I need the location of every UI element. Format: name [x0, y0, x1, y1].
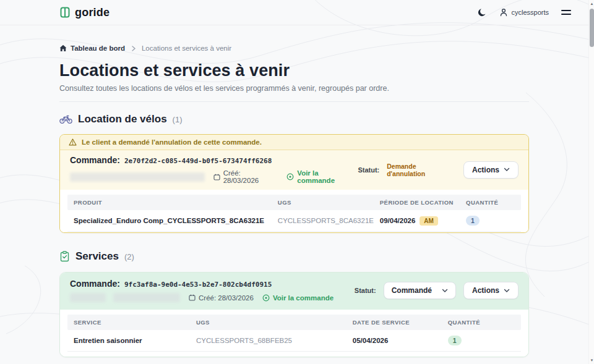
- redacted-customer-first-name: [70, 293, 106, 302]
- rental-items-table: Produit UGS Période de location Quantité…: [60, 190, 528, 232]
- actions-button[interactable]: Actions: [463, 282, 519, 299]
- status-label: Statut:: [358, 166, 379, 174]
- vertical-scrollbar[interactable]: ▲ ▼: [588, 0, 594, 364]
- order-label: Commande:: [70, 279, 120, 289]
- quantity-badge: 1: [448, 336, 462, 345]
- user-menu[interactable]: cyclessports: [499, 8, 549, 17]
- eye-icon: [262, 294, 270, 302]
- view-order-label: Voir la commande: [297, 169, 358, 184]
- actions-label: Actions: [472, 166, 499, 174]
- breadcrumb-current: Locations et services à venir: [142, 44, 231, 52]
- clipboard-check-icon: [59, 251, 70, 262]
- chevron-down-icon: [442, 289, 448, 293]
- dark-mode-moon-icon[interactable]: [478, 8, 487, 17]
- page-subtitle: Consultez toutes les locations de vélos …: [59, 84, 529, 93]
- service-order-header: Commande: 9fc3af8a-9e0d-4e53-b2e7-802cb4…: [60, 273, 528, 310]
- calendar-icon: [213, 174, 220, 180]
- order-label: Commande:: [70, 155, 120, 165]
- period-am-badge: AM: [420, 216, 438, 226]
- home-icon: [59, 44, 67, 52]
- rental-table-header-row: Produit UGS Période de location Quantité: [67, 195, 521, 210]
- product-name: Specialized_Enduro Comp_CYCLESSPORTS_8CA…: [67, 210, 272, 231]
- chevron-right-icon: [131, 46, 136, 51]
- order-id: 9fc3af8a-9e0d-4e53-b2e7-802cb4df0915: [124, 281, 272, 289]
- hamburger-menu-icon[interactable]: [561, 10, 571, 15]
- order-id: 2e70f2d2-c085-449d-b0f5-673474ff6268: [124, 157, 272, 165]
- eye-icon: [286, 173, 294, 180]
- service-table-row: Entretien saisonnier CYCLESSPORTS_68BFEB…: [67, 330, 521, 352]
- col-service: Service: [67, 315, 190, 330]
- created-label: Créé: 28/03/2026: [199, 294, 254, 302]
- view-order-link[interactable]: Voir la commande: [286, 169, 358, 184]
- status-select[interactable]: Commandé: [384, 282, 456, 299]
- section-services-header: Services (2): [59, 250, 529, 263]
- cancellation-warning-banner: Le client a demandé l'annulation de cett…: [60, 135, 528, 150]
- view-order-label: Voir la commande: [273, 294, 334, 302]
- section-rentals-title: Location de vélos: [78, 113, 167, 125]
- section-rentals-count: (1): [173, 115, 183, 124]
- rental-order-header: Commande: 2e70f2d2-c085-449d-b0f5-673474…: [60, 150, 528, 190]
- logo-text: goride: [75, 6, 110, 19]
- service-sku: CYCLESSPORTS_68BFEB25: [190, 330, 346, 351]
- service-name: Entretien saisonnier: [67, 330, 190, 351]
- service-items-table: Service UGS Date de service Quantité Ent…: [60, 310, 528, 357]
- chevron-down-icon: [504, 289, 510, 293]
- breadcrumb-home-link[interactable]: Tableau de bord: [59, 44, 125, 52]
- service-order-card: Commande: 9fc3af8a-9e0d-4e53-b2e7-802cb4…: [59, 272, 529, 357]
- warning-triangle-icon: [69, 138, 77, 146]
- status-selected-value: Commandé: [392, 286, 432, 295]
- col-quantite: Quantité: [442, 315, 521, 330]
- breadcrumb: Tableau de bord Locations et services à …: [59, 44, 529, 52]
- quantity-badge: 1: [466, 216, 480, 226]
- rental-date: 09/04/2026: [380, 217, 416, 224]
- scrollbar-up-arrow[interactable]: ▲: [589, 2, 594, 6]
- section-services-title: Services: [75, 250, 119, 263]
- redacted-customer-name: [70, 172, 205, 182]
- status-value: Demande d'annulation: [387, 163, 456, 177]
- col-periode: Période de location: [374, 195, 460, 210]
- bicycle-icon: [59, 114, 72, 124]
- user-icon: [499, 8, 508, 17]
- status-label: Statut:: [355, 287, 376, 294]
- scrollbar-down-arrow[interactable]: ▼: [589, 358, 594, 362]
- redacted-customer-last-name: [113, 293, 180, 302]
- order-created-date: Créé: 28/03/2026: [189, 294, 254, 302]
- service-date: 05/04/2026: [346, 330, 442, 351]
- user-name: cyclessports: [511, 9, 549, 16]
- section-rentals-header: Location de vélos (1): [59, 113, 529, 125]
- created-label: Créé: 28/03/2026: [223, 169, 278, 184]
- top-bar: goride cyclessports: [0, 0, 588, 25]
- goride-logo-icon: [59, 7, 71, 18]
- calendar-icon: [189, 294, 196, 301]
- service-table-header-row: Service UGS Date de service Quantité: [67, 315, 521, 330]
- app-logo[interactable]: goride: [59, 6, 110, 19]
- scrollbar-thumb[interactable]: [590, 9, 594, 47]
- page-title: Locations et services à venir: [59, 61, 529, 80]
- view-order-link[interactable]: Voir la commande: [262, 294, 334, 302]
- actions-label: Actions: [472, 286, 499, 295]
- col-date-service: Date de service: [346, 315, 442, 330]
- col-quantite: Quantité: [460, 195, 521, 210]
- chevron-down-icon: [504, 167, 510, 172]
- breadcrumb-home-label: Tableau de bord: [71, 44, 125, 52]
- col-produit: Produit: [67, 195, 272, 210]
- actions-button[interactable]: Actions: [463, 161, 519, 179]
- col-ugs: UGS: [272, 195, 374, 210]
- product-sku: CYCLESSPORTS_8CA6321E: [272, 210, 374, 231]
- warning-text: Le client a demandé l'annulation de cett…: [82, 138, 262, 146]
- col-ugs: UGS: [190, 315, 346, 330]
- section-services-count: (2): [124, 252, 134, 261]
- divider: [59, 101, 529, 102]
- rental-order-card: Le client a demandé l'annulation de cett…: [59, 134, 529, 233]
- order-created-date: Créé: 28/03/2026: [213, 169, 278, 184]
- rental-table-row: Specialized_Enduro Comp_CYCLESSPORTS_8CA…: [67, 210, 521, 232]
